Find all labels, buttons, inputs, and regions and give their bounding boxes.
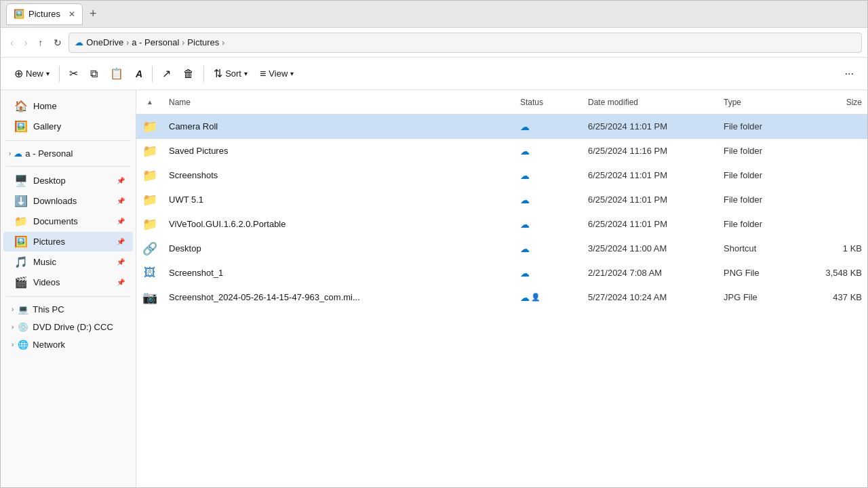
sidebar-item-home[interactable]: 🏠 Home — [3, 96, 133, 116]
sidebar-item-pictures[interactable]: 🖼️ Pictures 📌 — [3, 232, 133, 251]
file-name: UWT 5.1 — [163, 195, 515, 205]
tab-close-button[interactable]: ✕ — [68, 9, 75, 19]
sidebar-item-videos[interactable]: 🎬 Videos 📌 — [3, 272, 133, 292]
sidebar-item-network[interactable]: › 🌐 Network — [3, 336, 133, 353]
more-button[interactable]: ··· — [840, 62, 859, 86]
table-row[interactable]: 🔗 Desktop ☁ 3/25/2024 11:00 AM Shortcut … — [136, 237, 867, 261]
table-row[interactable]: 📁 Screenshots ☁ 6/25/2024 11:01 PM File … — [136, 163, 867, 188]
file-status: ☁ — [515, 243, 583, 254]
new-icon: ⊕ — [14, 67, 23, 80]
file-date: 6/25/2024 11:01 PM — [583, 195, 718, 205]
col-header-size[interactable]: Size — [806, 98, 867, 107]
sort-up-icon: ▲ — [146, 98, 153, 106]
sidebar-desktop-label: Desktop — [33, 176, 66, 186]
table-row[interactable]: 📁 Camera Roll ☁ 6/25/2024 11:01 PM File … — [136, 115, 867, 139]
share-button[interactable]: ↗ — [157, 62, 176, 86]
sidebar-item-music[interactable]: 🎵 Music 📌 — [3, 252, 133, 272]
file-status: ☁ — [515, 219, 583, 230]
a-personal-cloud-icon: ☁ — [14, 148, 22, 159]
table-row[interactable]: 📁 Saved Pictures ☁ 6/25/2024 11:16 PM Fi… — [136, 139, 867, 163]
toolbar-sep-3 — [203, 66, 204, 82]
toolbar: ⊕ New ▾ ✂ ⧉ 📋 A ↗ 🗑 ⇅ Sort ▾ ≡ — [1, 58, 867, 90]
sort-label: Sort — [225, 68, 241, 79]
file-icon: 📁 — [136, 144, 163, 159]
file-date: 6/25/2024 11:01 PM — [583, 219, 718, 229]
breadcrumb-personal[interactable]: a - Personal — [132, 37, 179, 47]
file-status: ☁ — [515, 146, 583, 157]
paste-button[interactable]: 📋 — [104, 62, 129, 86]
cloud-status-icon: ☁ — [520, 170, 530, 181]
sidebar-item-downloads[interactable]: ⬇️ Downloads 📌 — [3, 191, 133, 211]
back-button[interactable]: ‹ — [6, 35, 18, 51]
delete-icon: 🗑 — [183, 68, 194, 80]
breadcrumb-pictures[interactable]: Pictures — [187, 37, 219, 47]
file-icon: 📁 — [136, 192, 163, 207]
sidebar-music-label: Music — [33, 257, 56, 267]
breadcrumb-onedrive[interactable]: OneDrive — [86, 37, 123, 47]
sort-icon: ⇅ — [214, 67, 222, 80]
table-row[interactable]: 📁 UWT 5.1 ☁ 6/25/2024 11:01 PM File fold… — [136, 188, 867, 212]
copy-button[interactable]: ⧉ — [85, 62, 103, 86]
file-name: Screenshots — [163, 170, 515, 180]
file-type: File folder — [718, 219, 806, 229]
new-dropdown-icon: ▾ — [46, 70, 50, 77]
file-type: File folder — [718, 195, 806, 205]
file-name: ViVeTool.GUI.1.6.2.0.Portable — [163, 219, 515, 229]
tab-pictures[interactable]: 🖼️ Pictures ✕ — [6, 3, 83, 25]
sidebar-divider-1 — [6, 140, 130, 141]
new-label: New — [26, 68, 43, 79]
desktop-icon: 🖥️ — [14, 174, 28, 187]
main-layout: 🏠 Home 🖼️ Gallery › ☁ a - Personal 🖥️ De… — [1, 90, 867, 487]
file-icon: 🔗 — [136, 241, 163, 256]
file-status: ☁ — [515, 268, 583, 279]
file-date: 3/25/2024 11:00 AM — [583, 243, 718, 253]
sort-button[interactable]: ⇅ Sort ▾ — [208, 62, 253, 86]
file-name: Screenshot_1 — [163, 268, 515, 278]
table-row[interactable]: 🖼 Screenshot_1 ☁ 2/21/2024 7:08 AM PNG F… — [136, 261, 867, 285]
up-button[interactable]: ↑ — [34, 35, 47, 51]
view-dropdown-icon: ▾ — [290, 70, 294, 77]
refresh-button[interactable]: ↻ — [50, 35, 66, 51]
sidebar-item-gallery[interactable]: 🖼️ Gallery — [3, 117, 133, 136]
table-row[interactable]: 📁 ViVeTool.GUI.1.6.2.0.Portable ☁ 6/25/2… — [136, 212, 867, 237]
file-size: 1 KB — [806, 243, 867, 253]
file-status: ☁ — [515, 170, 583, 181]
cloud-user-status-icon: ☁👤 — [520, 292, 540, 303]
sidebar-item-desktop[interactable]: 🖥️ Desktop 📌 — [3, 171, 133, 190]
pin-icon-documents: 📌 — [117, 218, 125, 225]
file-date: 6/25/2024 11:01 PM — [583, 170, 718, 180]
sidebar-item-documents[interactable]: 📁 Documents 📌 — [3, 211, 133, 231]
col-header-name[interactable]: Name — [163, 98, 515, 107]
sidebar-item-dvd-drive[interactable]: › 💿 DVD Drive (D:) CCC — [3, 319, 133, 336]
documents-icon: 📁 — [14, 215, 28, 228]
more-icon: ··· — [845, 68, 854, 80]
home-icon: 🏠 — [14, 100, 28, 113]
delete-button[interactable]: 🗑 — [178, 62, 199, 86]
col-header-date[interactable]: Date modified — [583, 98, 718, 107]
downloads-icon: ⬇️ — [14, 195, 28, 207]
sidebar-dvd-label: DVD Drive (D:) CCC — [33, 322, 113, 332]
sidebar-home-label: Home — [33, 101, 57, 111]
expand-chevron-1: › — [9, 150, 11, 157]
file-icon: 📷 — [136, 290, 163, 305]
file-type: File folder — [718, 146, 806, 156]
this-pc-icon: 💻 — [18, 304, 28, 314]
file-icon: 📁 — [136, 168, 163, 183]
new-tab-button[interactable]: + — [85, 7, 101, 21]
table-row[interactable]: 📷 Screenshot_2024-05-26-14-15-47-963_com… — [136, 285, 867, 310]
cut-button[interactable]: ✂ — [64, 62, 83, 86]
forward-button[interactable]: › — [20, 35, 32, 51]
rename-button[interactable]: A — [130, 62, 148, 86]
rename-icon: A — [136, 68, 142, 79]
address-bar[interactable]: ☁ OneDrive › a - Personal › Pictures › — [68, 33, 862, 53]
file-date: 6/25/2024 11:01 PM — [583, 121, 718, 131]
new-button[interactable]: ⊕ New ▾ — [9, 62, 55, 86]
sidebar-item-this-pc[interactable]: › 💻 This PC — [3, 301, 133, 318]
view-button[interactable]: ≡ View ▾ — [254, 62, 299, 86]
sidebar-a-personal[interactable]: › ☁ a - Personal — [3, 145, 133, 162]
col-header-status[interactable]: Status — [515, 98, 583, 107]
file-type: File folder — [718, 121, 806, 131]
pin-icon-downloads: 📌 — [117, 197, 125, 205]
col-header-type[interactable]: Type — [718, 98, 806, 107]
paste-icon: 📋 — [110, 67, 123, 80]
